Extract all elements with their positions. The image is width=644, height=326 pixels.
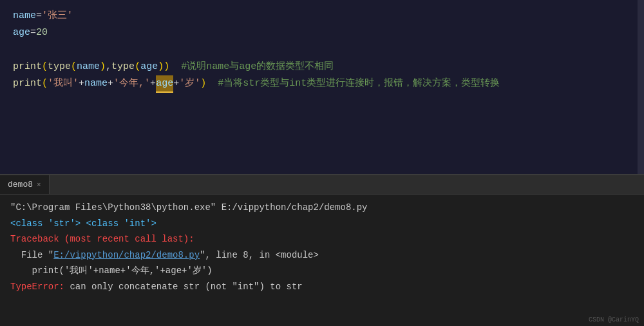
terminal-traceback-header: Traceback (most recent call last): — [10, 234, 194, 244]
code-line-5: print('我叫'+name+'今年,'+age+'岁') #当将str类型与… — [0, 75, 644, 93]
terminal-type-error-label: TypeError: — [10, 282, 70, 292]
token-age-var: age — [13, 24, 30, 41]
token-type-1: type — [48, 59, 71, 75]
token-spaces-1 — [169, 59, 181, 75]
token-print-2: print — [13, 75, 42, 92]
token-plus-2: + — [108, 75, 113, 92]
terminal-tab-label: demo8 — [8, 180, 33, 189]
token-type-2: type — [111, 59, 135, 75]
token-str-sui: '岁' — [179, 75, 200, 92]
terminal-cmd: "C:\Program Files\Python38\python.exe" E… — [10, 202, 368, 213]
token-equals-2: = — [30, 24, 36, 41]
token-paren-close-2: ) — [100, 59, 106, 75]
token-paren-close-1: ) — [164, 59, 169, 75]
terminal-line-1: "C:\Program Files\Python38\python.exe" E… — [10, 200, 634, 216]
terminal-tab-close[interactable]: × — [37, 181, 41, 189]
terminal-class-output: <class 'str'> <class 'int'> — [10, 218, 156, 229]
token-paren-open-1: ( — [42, 59, 48, 75]
token-age-ref-1: age — [140, 59, 158, 75]
watermark: CSDN @CarinYQ — [589, 316, 639, 323]
token-print-1: print — [13, 59, 42, 75]
code-line-1: name='张三' — [0, 8, 644, 24]
token-paren-close-3: ) — [158, 59, 164, 75]
token-comment-2: #当将str类型与int类型进行连接时，报错，解决方案，类型转换 — [218, 75, 500, 92]
token-paren-open-4: ( — [42, 75, 48, 92]
token-paren-open-2: ( — [71, 59, 77, 75]
terminal-tab-bar: demo8 × — [0, 175, 644, 195]
terminal-panel: demo8 × "C:\Program Files\Python38\pytho… — [0, 174, 644, 326]
terminal-line-4: File "E:/vippython/chap2/demo8.py", line… — [10, 247, 634, 264]
terminal-file-prefix: File " — [10, 250, 53, 260]
code-line-4: print(type(name),type(age)) #说明name与age的… — [0, 59, 644, 75]
terminal-line-6: TypeError: can only concatenate str (not… — [10, 279, 634, 295]
terminal-output: "C:\Program Files\Python38\python.exe" E… — [0, 195, 644, 300]
code-editor: name='张三' age=20 print(type(name),type(a… — [0, 0, 644, 174]
token-name-ref-1: name — [77, 59, 100, 75]
token-comma-1: , — [106, 59, 111, 75]
token-name-ref-2: name — [84, 75, 108, 92]
terminal-line-3: Traceback (most recent call last): — [10, 231, 634, 247]
terminal-type-error-detail: can only concatenate str (not "int") to … — [70, 282, 302, 292]
token-str-zhangsan: '张三' — [42, 8, 73, 24]
token-equals-1: = — [36, 8, 42, 24]
token-plus-1: + — [79, 75, 84, 92]
token-plus-3: + — [150, 75, 156, 92]
token-num-20: 20 — [36, 24, 48, 41]
token-plus-4: + — [173, 75, 179, 92]
editor-scrollbar[interactable] — [638, 0, 644, 174]
token-paren-close-4: ) — [200, 75, 206, 92]
token-name-var: name — [13, 8, 36, 24]
code-line-empty — [0, 41, 644, 59]
token-str-jinnian: '今年,' — [113, 75, 150, 92]
terminal-file-link[interactable]: E:/vippython/chap2/demo8.py — [53, 250, 200, 260]
token-age-highlighted: age — [156, 75, 173, 93]
terminal-line-2: <class 'str'> <class 'int'> — [10, 216, 634, 232]
token-comment-1: #说明name与age的数据类型不相同 — [181, 59, 334, 75]
token-paren-open-3: ( — [135, 59, 140, 75]
terminal-tab-demo8[interactable]: demo8 × — [0, 175, 50, 194]
token-spaces-2 — [206, 75, 218, 92]
terminal-error-code: print('我叫'+name+'今年,'+age+'岁') — [10, 265, 213, 276]
token-str-wojiao: '我叫' — [48, 75, 79, 92]
terminal-line-5: print('我叫'+name+'今年,'+age+'岁') — [10, 263, 634, 279]
code-line-2: age=20 — [0, 24, 644, 41]
terminal-line-info: ", line 8, in <module> — [200, 250, 319, 260]
